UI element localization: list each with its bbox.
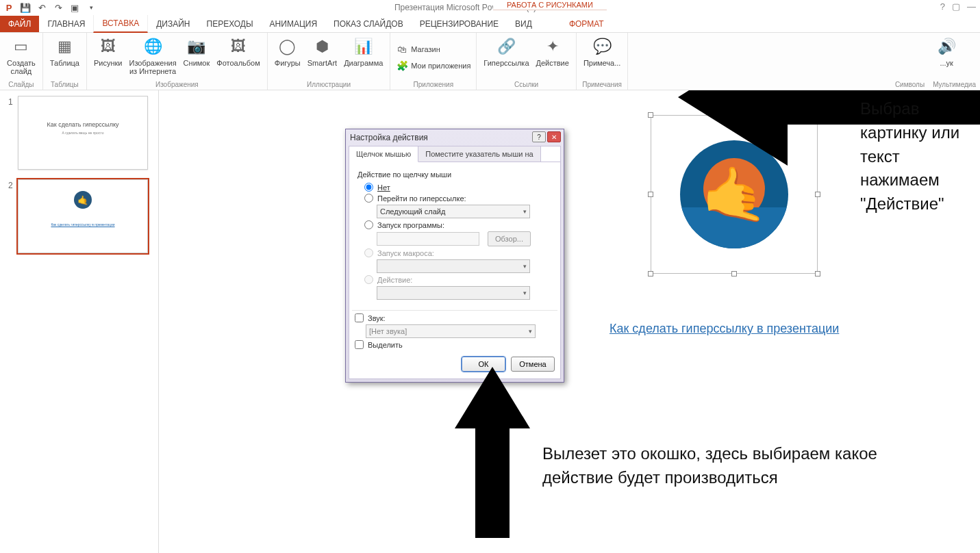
sound-dropdown[interactable]: [Нет звука]▾: [366, 324, 536, 338]
audio-button[interactable]: 🔊...ук: [933, 34, 960, 68]
shapes-icon: ◯: [277, 36, 299, 57]
ribbon-options-icon[interactable]: ▢: [952, 1, 960, 12]
redo-icon[interactable]: ↷: [52, 1, 64, 14]
tab-design[interactable]: ДИЗАЙН: [148, 16, 198, 32]
ribbon-group-illustrations: ◯Фигуры ⬢SmartArt 📊Диаграмма Иллюстрации: [268, 33, 391, 90]
undo-icon[interactable]: ↶: [36, 1, 48, 14]
thumbnail-preview[interactable]: Как сделать гиперссылку в презентации: [18, 179, 148, 253]
radio-run-program[interactable]: [364, 220, 373, 229]
dialog-titlebar[interactable]: Настройка действия ? ✕: [346, 129, 564, 146]
online-pictures-button[interactable]: 🌐Изображения из Интернета: [126, 34, 179, 77]
dialog-close-icon[interactable]: ✕: [547, 131, 561, 142]
store-icon: 🛍: [396, 43, 408, 55]
new-slide-button[interactable]: ▭ Создать слайд: [4, 34, 38, 77]
workspace: 1 Как сделать гиперссылку А сделать вещь…: [0, 90, 980, 553]
browse-button[interactable]: Обзор...: [488, 231, 531, 246]
window-controls: ? ▢ —: [940, 1, 976, 12]
resize-handle[interactable]: [815, 192, 820, 197]
checkbox-highlight[interactable]: [355, 340, 364, 349]
ribbon-group-tables: ▦Таблица Таблицы: [43, 33, 87, 90]
checkbox-sound[interactable]: [355, 313, 364, 322]
tab-file[interactable]: ФАЙЛ: [0, 16, 39, 32]
dialog-help-icon[interactable]: ?: [532, 131, 546, 142]
smartart-icon: ⬢: [311, 36, 333, 57]
qat-dropdown-icon[interactable]: ▾: [85, 1, 97, 14]
myapps-icon: 🧩: [396, 60, 408, 72]
resize-handle[interactable]: [731, 271, 737, 276]
radio-hyperlink[interactable]: [364, 194, 373, 203]
slide-thumbnails-panel: 1 Как сделать гиперссылку А сделать вещь…: [0, 90, 159, 553]
ribbon-group-notes: 💬Примеча... Примечания: [577, 33, 629, 90]
contextual-tab-group: РАБОТА С РИСУНКАМИ: [493, 0, 607, 10]
start-from-beginning-icon[interactable]: ▣: [68, 1, 81, 14]
contextual-tab-group-title: РАБОТА С РИСУНКАМИ: [493, 0, 607, 10]
tab-review[interactable]: РЕЦЕНЗИРОВАНИЕ: [412, 16, 507, 32]
hyperlink-dropdown[interactable]: Следующий слайд▾: [377, 205, 530, 218]
smartart-button[interactable]: ⬢SmartArt: [305, 34, 340, 68]
radio-none[interactable]: [364, 183, 373, 192]
ribbon-group-media: 🔊...ук Мультимедиа: [929, 33, 980, 90]
table-button[interactable]: ▦Таблица: [47, 34, 82, 68]
resize-handle[interactable]: [648, 271, 653, 276]
audio-icon: 🔊: [935, 36, 957, 57]
ribbon-group-slides: ▭ Создать слайд Слайды: [0, 33, 43, 90]
tab-animation[interactable]: АНИМАЦИЯ: [262, 16, 325, 32]
thumbnail-number: 1: [8, 96, 18, 170]
thumbnail-number: 2: [8, 179, 18, 253]
macro-dropdown: ▾: [377, 259, 530, 273]
title-bar: P 💾 ↶ ↷ ▣ ▾ Презентация Microsoft PowerP…: [0, 0, 980, 15]
store-button[interactable]: 🛍Магазин: [394, 42, 441, 56]
dialog-tabs: Щелчок мышью Поместите указатель мыши на: [349, 146, 560, 162]
dialog-tab-hover[interactable]: Поместите указатель мыши на: [418, 146, 541, 162]
hyperlink-button[interactable]: 🔗Гиперссылка: [481, 34, 531, 68]
annotation-arrow-up-icon: [455, 367, 530, 538]
chart-button[interactable]: 📊Диаграмма: [341, 34, 386, 68]
slide-canvas[interactable]: 🤙 Как сделать гиперссылку в презентации …: [159, 90, 980, 553]
slide-hyperlink-text[interactable]: Как сделать гиперссылку в презентации: [610, 322, 839, 336]
ribbon-group-apps: 🛍Магазин 🧩Мои приложения Приложения: [390, 33, 477, 90]
table-icon: ▦: [53, 36, 75, 57]
pictures-icon: 🖼: [97, 36, 119, 57]
resize-handle[interactable]: [815, 271, 820, 276]
program-path-input[interactable]: [377, 232, 479, 246]
ribbon-tabs: ФАЙЛ ГЛАВНАЯ ВСТАВКА ДИЗАЙН ПЕРЕХОДЫ АНИ…: [0, 15, 980, 33]
tab-insert[interactable]: ВСТАВКА: [93, 14, 148, 33]
tab-home[interactable]: ГЛАВНАЯ: [39, 16, 93, 32]
shaka-hand-icon: 🤙: [701, 168, 768, 221]
tab-format[interactable]: ФОРМАТ: [561, 16, 612, 32]
thumbnail-logo-icon: [74, 191, 92, 209]
save-icon[interactable]: 💾: [19, 1, 32, 14]
pictures-button[interactable]: 🖼Рисунки: [91, 34, 125, 68]
thumbnail-preview[interactable]: Как сделать гиперссылку А сделать вещь н…: [18, 96, 148, 170]
annotation-text-1: Выбрав картинку или текст нажимаем "Дейс…: [860, 97, 980, 216]
help-icon[interactable]: ?: [940, 1, 945, 12]
my-apps-button[interactable]: 🧩Мои приложения: [394, 59, 472, 73]
action-settings-dialog: Настройка действия ? ✕ Щелчок мышью Поме…: [345, 129, 564, 383]
dialog-group-title: Действие по щелчку мыши: [357, 170, 552, 179]
thumbnail-2[interactable]: 2 Как сделать гиперссылку в презентации: [8, 179, 150, 253]
dropdown-arrow-icon: ▾: [523, 208, 527, 215]
comment-button[interactable]: 💬Примеча...: [581, 34, 624, 68]
action-icon: ✦: [542, 36, 564, 57]
action-button[interactable]: ✦Действие: [533, 34, 572, 68]
thumbnail-1[interactable]: 1 Как сделать гиперссылку А сделать вещь…: [8, 96, 150, 170]
photo-album-button[interactable]: 🖼Фотоальбом: [214, 34, 263, 68]
minimize-icon[interactable]: —: [967, 1, 976, 12]
dialog-tab-click[interactable]: Щелчок мышью: [349, 146, 418, 162]
resize-handle[interactable]: [648, 112, 653, 118]
svg-marker-1: [455, 367, 530, 538]
ribbon-group-symbols: Символы: [891, 33, 929, 90]
resize-handle[interactable]: [648, 192, 653, 197]
quick-access-toolbar: P 💾 ↶ ↷ ▣ ▾: [0, 1, 97, 14]
screenshot-button[interactable]: 📷Снимок: [181, 34, 213, 68]
hyperlink-icon: 🔗: [495, 36, 517, 57]
tab-transitions[interactable]: ПЕРЕХОДЫ: [199, 16, 262, 32]
tab-view[interactable]: ВИД: [507, 16, 540, 32]
tab-slideshow[interactable]: ПОКАЗ СЛАЙДОВ: [325, 16, 412, 32]
annotation-text-2: Вылезет это окошко, здесь выбираем какое…: [542, 442, 878, 490]
ribbon: ▭ Создать слайд Слайды ▦Таблица Таблицы …: [0, 33, 980, 90]
radio-object-action: [364, 275, 373, 284]
ribbon-group-links: 🔗Гиперссылка ✦Действие Ссылки: [477, 33, 577, 90]
shapes-button[interactable]: ◯Фигуры: [272, 34, 303, 68]
radio-run-macro: [364, 248, 373, 257]
